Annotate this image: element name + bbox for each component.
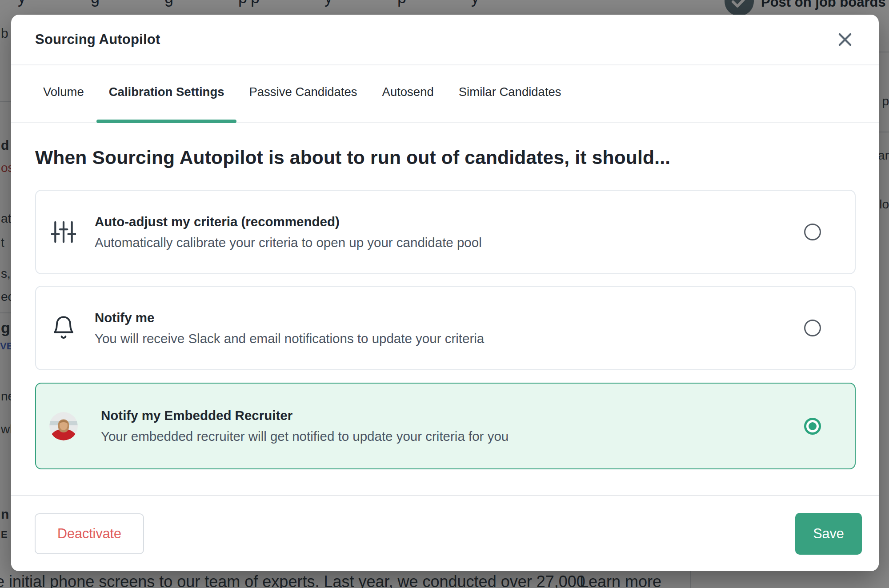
modal-title: Sourcing Autopilot — [35, 32, 160, 48]
tab-similar-candidates[interactable]: Similar Candidates — [446, 65, 574, 122]
option-notify-embedded-recruiter[interactable]: Notify my Embedded Recruiter Your embedd… — [35, 383, 856, 469]
option-description: You will receive Slack and email notific… — [95, 331, 484, 346]
option-description: Automatically calibrate your criteria to… — [95, 235, 482, 250]
option-auto-adjust-criteria[interactable]: Auto-adjust my criteria (recommended) Au… — [35, 190, 856, 274]
sourcing-autopilot-modal: Sourcing Autopilot Volume Calibration Se… — [11, 15, 879, 571]
radio-auto-adjust[interactable] — [804, 224, 821, 240]
deactivate-button[interactable]: Deactivate — [35, 513, 144, 554]
option-description: Your embedded recruiter will get notifie… — [101, 429, 509, 444]
modal-footer: Deactivate Save — [11, 495, 879, 571]
option-text: Auto-adjust my criteria (recommended) Au… — [95, 214, 482, 250]
option-notify-me[interactable]: Notify me You will receive Slack and ema… — [35, 286, 856, 370]
modal-content: When Sourcing Autopilot is about to run … — [11, 147, 879, 469]
option-title: Notify me — [95, 310, 484, 325]
radio-notify-embedded-recruiter[interactable] — [804, 418, 821, 435]
save-button[interactable]: Save — [795, 513, 862, 555]
tab-autosend[interactable]: Autosend — [370, 65, 446, 122]
tab-calibration-settings[interactable]: Calibration Settings — [96, 65, 237, 122]
section-heading: When Sourcing Autopilot is about to run … — [35, 147, 856, 168]
modal-header: Sourcing Autopilot — [11, 15, 879, 65]
tab-passive-candidates[interactable]: Passive Candidates — [236, 65, 369, 122]
recruiter-avatar — [49, 412, 78, 440]
screen: y g g pp y p y Post on job boards b d os… — [0, 0, 889, 588]
option-title: Auto-adjust my criteria (recommended) — [95, 214, 482, 229]
close-button[interactable] — [835, 30, 855, 49]
bell-icon — [49, 315, 78, 341]
tab-volume[interactable]: Volume — [31, 65, 96, 122]
close-icon — [837, 31, 853, 48]
sliders-icon — [49, 220, 78, 244]
option-title: Notify my Embedded Recruiter — [101, 408, 509, 423]
radio-notify-me[interactable] — [804, 320, 821, 336]
option-text: Notify me You will receive Slack and ema… — [95, 310, 484, 346]
tab-bar: Volume Calibration Settings Passive Cand… — [11, 65, 879, 123]
option-text: Notify my Embedded Recruiter Your embedd… — [101, 408, 509, 444]
